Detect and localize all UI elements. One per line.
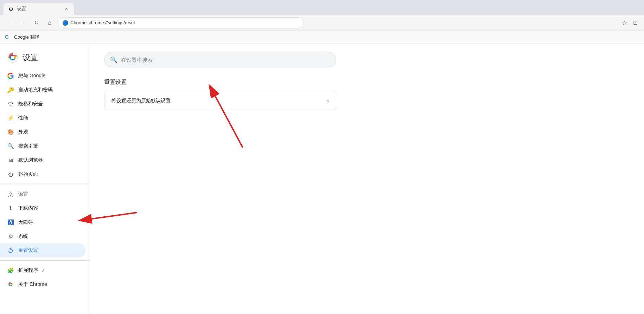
sidebar-label-search: 搜索引擎 <box>18 143 38 149</box>
sidebar-label-performance: 性能 <box>18 115 28 121</box>
external-link-icon: ↗ <box>42 268 45 273</box>
search-icon: 🔍 <box>110 56 117 64</box>
sidebar-item-downloads[interactable]: ⬇ 下载内容 <box>0 201 85 215</box>
sidebar-divider-2 <box>0 260 90 261</box>
sidebar-label-default-browser: 默认浏览器 <box>18 157 43 163</box>
extensions-nav-icon: 🧩 <box>7 267 14 274</box>
sidebar-item-languages[interactable]: 文 语言 <box>0 187 85 201</box>
sidebar-item-autofill[interactable]: 🔑 自动填充和密码 <box>0 83 85 97</box>
sidebar-item-performance[interactable]: ⚡ 性能 <box>0 111 85 125</box>
sidebar-label-reset: 重置设置 <box>18 247 38 254</box>
sidebar-item-startup[interactable]: ⏻ 起始页面 <box>0 167 85 181</box>
chrome-label: Chrome <box>70 20 87 25</box>
key-icon: 🔑 <box>7 86 14 93</box>
reset-settings-card: 将设置还原为原始默认设置 › <box>104 92 336 110</box>
settings-search-input[interactable] <box>121 57 330 63</box>
active-tab[interactable]: ⚙ 设置 ✕ <box>4 3 74 15</box>
downloads-icon: ⬇ <box>7 205 14 212</box>
translate-bar: G Google 翻译 <box>0 31 644 44</box>
address-bar[interactable]: 🔵 Chrome <box>58 17 304 28</box>
tab-close-button[interactable]: ✕ <box>63 6 69 12</box>
sidebar-item-privacy[interactable]: 🛡 隐私和安全 <box>0 97 85 111</box>
svg-point-2 <box>11 56 14 59</box>
back-button[interactable]: ← <box>4 18 15 28</box>
row-arrow-icon: › <box>327 98 329 104</box>
sidebar-item-reset[interactable]: 重置设置 <box>0 243 85 257</box>
sidebar-divider-1 <box>0 184 90 184</box>
search-bar-container: 🔍 <box>104 52 336 67</box>
sidebar-label-extensions: 扩展程序 <box>18 267 38 274</box>
about-icon <box>7 281 14 288</box>
sidebar-label-autofill: 自动填充和密码 <box>18 87 53 93</box>
reset-section-title: 重置设置 <box>104 79 630 86</box>
tab-favicon: ⚙ <box>8 6 14 12</box>
system-icon: ⚙ <box>7 233 14 240</box>
settings-page-title: 设置 <box>23 52 38 63</box>
appearance-icon: 🎨 <box>7 129 14 136</box>
sidebar-item-extensions[interactable]: 🧩 扩展程序 ↗ <box>0 263 85 277</box>
google-logo: G <box>5 34 11 40</box>
sidebar-label-google: 您与 Google <box>18 73 45 79</box>
sidebar-item-appearance[interactable]: 🎨 外观 <box>0 125 85 139</box>
toolbar-right: ☆ ⊡ <box>620 18 640 27</box>
chrome-settings-logo <box>7 52 18 63</box>
browser-toolbar: ← → ↻ ⌂ 🔵 Chrome ☆ ⊡ <box>0 15 644 31</box>
sidebar-label-startup: 起始页面 <box>18 171 38 177</box>
default-browser-icon: 🖥 <box>7 157 14 164</box>
reset-defaults-label: 将设置还原为原始默认设置 <box>111 98 327 104</box>
sidebar-item-search[interactable]: 🔍 搜索引擎 <box>0 139 85 153</box>
translate-label: Google 翻译 <box>14 34 39 40</box>
languages-icon: 文 <box>7 191 14 198</box>
svg-point-4 <box>9 283 11 285</box>
startup-icon: ⏻ <box>7 171 14 178</box>
forward-button[interactable]: → <box>18 18 28 28</box>
settings-search-bar[interactable]: 🔍 <box>104 52 336 67</box>
accessibility-icon: ♿ <box>7 219 14 226</box>
sidebar-label-downloads: 下载内容 <box>18 205 38 211</box>
settings-header: 设置 <box>0 48 90 69</box>
sidebar-label-languages: 语言 <box>18 191 28 197</box>
sidebar: 设置 您与 Google 🔑 自动填充和密码 <box>0 44 90 314</box>
sidebar-item-system[interactable]: ⚙ 系统 <box>0 229 85 243</box>
main-content: 🔍 重置设置 将设置还原为原始默认设置 › <box>90 44 644 314</box>
shield-icon: 🛡 <box>7 100 14 107</box>
tab-bar: ⚙ 设置 ✕ <box>0 0 644 15</box>
sidebar-label-privacy: 隐私和安全 <box>18 101 43 107</box>
search-nav-icon: 🔍 <box>7 143 14 150</box>
reload-button[interactable]: ↻ <box>31 18 42 28</box>
address-security-icon: 🔵 <box>62 20 68 26</box>
sidebar-label-appearance: 外观 <box>18 129 28 135</box>
extensions-button[interactable]: ⊡ <box>631 18 640 27</box>
sidebar-label-about: 关于 Chrome <box>18 281 47 288</box>
sidebar-label-accessibility: 无障碍 <box>18 219 33 225</box>
settings-page: 设置 您与 Google 🔑 自动填充和密码 <box>0 44 644 314</box>
tab-title: 设置 <box>17 6 60 12</box>
home-button[interactable]: ⌂ <box>44 18 55 28</box>
address-input[interactable] <box>89 20 299 25</box>
reset-defaults-row[interactable]: 将设置还原为原始默认设置 › <box>104 92 336 110</box>
sidebar-item-about[interactable]: 关于 Chrome <box>0 277 85 292</box>
bookmark-button[interactable]: ☆ <box>620 18 629 27</box>
sidebar-item-default-browser[interactable]: 🖥 默认浏览器 <box>0 153 85 167</box>
sidebar-item-accessibility[interactable]: ♿ 无障碍 <box>0 215 85 229</box>
sidebar-label-system: 系统 <box>18 233 28 240</box>
reset-icon <box>7 247 14 254</box>
sidebar-item-google[interactable]: 您与 Google <box>0 69 85 83</box>
performance-icon: ⚡ <box>7 115 14 122</box>
extensions-label-group: 扩展程序 ↗ <box>18 267 45 274</box>
google-icon <box>7 72 14 79</box>
